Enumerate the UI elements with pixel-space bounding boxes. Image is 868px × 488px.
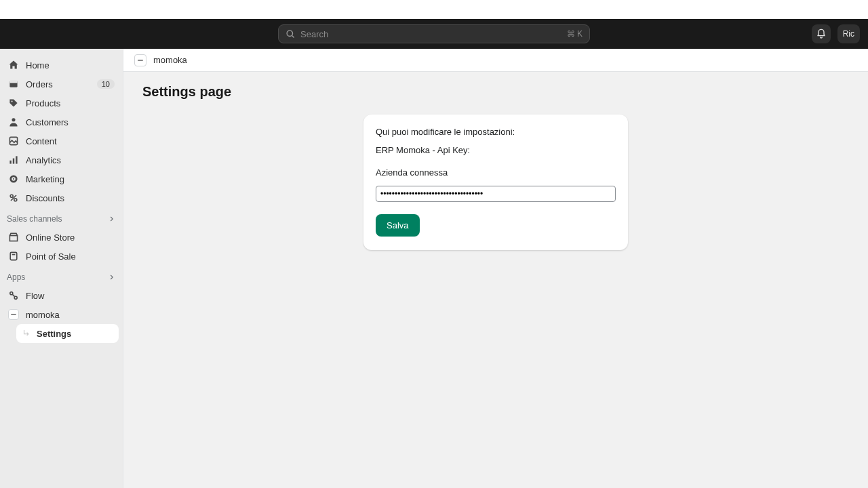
nav-orders[interactable]: Orders 10	[4, 75, 119, 94]
sidebar: Home Orders 10 Products Customers	[0, 49, 123, 488]
svg-point-19	[10, 292, 13, 295]
user-label: Ric	[843, 29, 854, 39]
nav-content[interactable]: Content	[4, 131, 119, 150]
app-icon	[8, 309, 19, 320]
nav-label: Products	[26, 98, 115, 108]
nav-discounts[interactable]: Discounts	[4, 188, 119, 207]
nav-customers[interactable]: Customers	[4, 113, 119, 131]
global-search[interactable]: Search ⌘ K	[278, 24, 590, 43]
breadcrumb-app-name: momoka	[153, 55, 187, 65]
chevron-right-icon	[108, 273, 116, 281]
svg-rect-16	[9, 236, 17, 241]
svg-rect-8	[13, 159, 14, 164]
subitem-label: Settings	[37, 329, 71, 339]
connection-status: Azienda connessa	[376, 167, 616, 178]
analytics-icon	[8, 155, 19, 165]
search-shortcut: ⌘ K	[567, 29, 583, 39]
nav-label: Point of Sale	[26, 251, 115, 262]
marketing-icon	[8, 174, 19, 184]
discounts-icon	[8, 192, 19, 203]
svg-line-1	[292, 36, 294, 38]
section-label: Apps	[7, 272, 25, 282]
nav-label: Home	[26, 60, 115, 70]
svg-point-4	[12, 101, 13, 102]
section-apps[interactable]: Apps	[0, 266, 123, 286]
orders-badge: 10	[97, 79, 115, 89]
window-chrome-gap	[0, 0, 868, 19]
nav-label: Online Store	[26, 232, 115, 243]
bell-icon	[816, 28, 827, 39]
nav-label: Customers	[26, 117, 115, 127]
chevron-right-icon	[108, 215, 116, 223]
svg-point-5	[12, 118, 15, 121]
svg-point-14	[14, 199, 17, 201]
nav-app-momoka[interactable]: momoka	[4, 305, 119, 324]
search-icon	[285, 29, 295, 39]
nav-label: Analytics	[26, 155, 115, 165]
svg-rect-3	[9, 81, 17, 83]
svg-rect-7	[9, 161, 11, 164]
main-content: momoka Settings page Qui puoi modificare…	[123, 49, 868, 488]
nav-home[interactable]: Home	[4, 56, 119, 75]
section-label: Sales channels	[7, 214, 62, 224]
sub-arrow-icon	[22, 329, 31, 338]
home-icon	[8, 60, 19, 70]
breadcrumb: momoka	[123, 49, 868, 72]
section-sales-channels[interactable]: Sales channels	[0, 207, 123, 228]
page-title: Settings page	[123, 72, 868, 115]
nav-online-store[interactable]: Online Store	[4, 228, 119, 247]
svg-rect-9	[16, 156, 17, 163]
nav-point-of-sale[interactable]: Point of Sale	[4, 247, 119, 266]
nav-app-flow[interactable]: Flow	[4, 286, 119, 305]
api-key-label: ERP Momoka - Api Key:	[376, 145, 616, 155]
nav-label: Content	[26, 136, 115, 146]
store-icon	[8, 232, 19, 243]
nav-label: Orders	[26, 79, 90, 89]
nav-app-momoka-settings[interactable]: Settings	[16, 324, 119, 343]
nav-products[interactable]: Products	[4, 94, 119, 113]
nav-label: Flow	[26, 291, 115, 301]
nav-analytics[interactable]: Analytics	[4, 150, 119, 169]
app-icon	[134, 54, 146, 66]
nav-label: Marketing	[26, 174, 115, 184]
save-button[interactable]: Salva	[376, 214, 420, 237]
svg-point-20	[14, 296, 17, 299]
content-icon	[8, 136, 19, 146]
pos-icon	[8, 251, 19, 262]
customers-icon	[8, 117, 19, 127]
nav-marketing[interactable]: Marketing	[4, 169, 119, 188]
settings-intro: Qui puoi modificare le impostazioni:	[376, 127, 616, 137]
svg-point-0	[287, 30, 292, 36]
notifications-button[interactable]	[812, 24, 831, 43]
nav-label: Discounts	[26, 193, 115, 203]
primary-nav: Home Orders 10 Products Customers	[0, 56, 123, 207]
svg-rect-17	[10, 252, 17, 260]
svg-point-13	[10, 195, 13, 197]
orders-icon	[8, 79, 19, 89]
products-icon	[8, 98, 19, 108]
svg-point-12	[13, 178, 14, 180]
search-placeholder: Search	[300, 29, 567, 39]
user-menu[interactable]: Ric	[837, 24, 860, 43]
flow-icon	[8, 290, 19, 301]
topbar: Search ⌘ K Ric	[0, 19, 868, 49]
settings-card: Qui puoi modificare le impostazioni: ERP…	[363, 115, 628, 250]
api-key-input[interactable]	[376, 186, 616, 202]
nav-label: momoka	[26, 310, 115, 320]
